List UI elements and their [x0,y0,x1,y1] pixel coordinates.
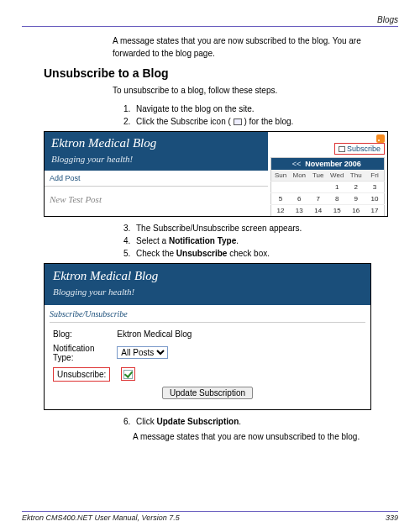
notif-label: Notification Type: [50,341,113,365]
steps-list-b: The Subscribe/Unsubscribe screen appears… [133,224,398,258]
page-footer: Ektron CMS400.NET User Manual, Version 7… [22,511,398,522]
calendar: << November 2006 Sun Mon Tue Wed Thu Fri… [270,157,385,216]
footer-doc-title: Ektron CMS400.NET User Manual, Version 7… [22,514,180,522]
row-update: Update Subscription [50,384,365,402]
step-5: Check the Unsubscribe check box. [133,249,398,258]
unsub-chk-cell [113,365,365,384]
unsubscribe-checkbox[interactable] [123,370,133,379]
form-table: Blog: Ektron Medical Blog Notification T… [50,327,365,402]
steps-list-a: Navigate to the blog on the site. Click … [133,104,398,126]
subscribe-form: Subscribe/Unsubscribe Blog: Ektron Medic… [45,305,370,409]
outro-paragraph: A message states that you are now unsubs… [133,431,398,444]
unsub-checkbox-highlight [121,367,135,381]
step-2: Click the Subscribe icon ( ) for the blo… [133,117,398,126]
blog-value: Ektron Medical Blog [113,327,365,341]
row-notif: Notification Type: All Posts [50,341,365,365]
post-title-link[interactable]: New Test Post [45,187,270,204]
section-heading: Unsubscribe to a Blog [44,66,398,80]
blog-title: Ektron Medical Blog [51,136,261,150]
notif-type-select[interactable]: All Posts [117,346,168,359]
blog-subtitle-2: Blogging your health! [53,287,362,297]
subscribe-button[interactable]: Subscribe [334,143,385,155]
unsub-label-highlight: Unsubscribe: [53,367,110,382]
cal-dow-row: Sun Mon Tue Wed Thu Fri [271,170,385,182]
form-heading: Subscribe/Unsubscribe [50,309,365,323]
blog-subtitle: Blogging your health! [51,154,261,164]
step-1: Navigate to the blog on the site. [133,104,398,113]
blog-header: Ektron Medical Blog Blogging your health… [45,132,268,171]
blog-title-2: Ektron Medical Blog [53,269,362,283]
rss-subscribe-row: Subscribe [268,134,385,155]
calendar-panel: Subscribe << November 2006 Sun Mon Tue W… [268,132,387,217]
unsub-label-cell: Unsubscribe: [50,365,113,384]
step-3: The Subscribe/Unsubscribe screen appears… [133,224,398,233]
step-4: Select a Notification Type. [133,236,398,245]
blog-label: Blog: [50,327,113,341]
cal-row-2: 5 6 7 8 9 10 [271,193,385,205]
rss-icon[interactable] [376,134,385,143]
intro-paragraph: A message states that you are now subscr… [113,35,398,60]
notif-cell: All Posts [113,341,365,365]
cal-prev[interactable]: << [292,160,302,168]
screenshot-unsubscribe-form: Ektron Medical Blog Blogging your health… [44,263,371,410]
screenshot-blog-calendar: Ektron Medical Blog Blogging your health… [44,131,388,217]
update-subscription-button[interactable]: Update Subscription [162,387,253,399]
footer-page-number: 339 [386,514,398,522]
row-blog: Blog: Ektron Medical Blog [50,327,365,341]
subscribe-icon [234,119,242,125]
running-header: Blogs [22,15,398,27]
blog-header-2: Ektron Medical Blog Blogging your health… [45,264,370,305]
manual-page: Blogs A message states that you are now … [0,0,420,532]
step-6: Click Update Subscription. [133,417,398,426]
cal-row-1: 1 2 3 [271,182,385,193]
add-post-link[interactable]: Add Post [45,171,270,187]
row-unsub: Unsubscribe: [50,365,365,384]
section-intro: To unsubscribe to a blog, follow these s… [113,85,398,97]
calendar-month-bar: << November 2006 [271,158,385,171]
blog-left-col: Add Post New Test Post [45,171,270,204]
subscribe-mini-icon [339,146,345,152]
cal-row-3: 12 13 14 15 16 17 [271,205,385,217]
steps-list-c: Click Update Subscription. [133,417,398,426]
cal-month: November 2006 [305,160,361,168]
